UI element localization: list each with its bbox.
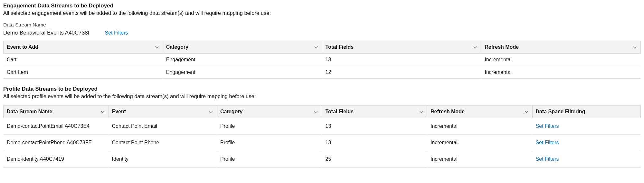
cell-refresh-mode: Incremental [481, 66, 641, 79]
engagement-table: Event to Add Category Total Fields Refre… [3, 41, 641, 79]
table-row: Cart Item Engagement 12 Incremental [4, 66, 641, 79]
table-row: Demo-contactPointEmail A40C73E4 Contact … [4, 118, 641, 135]
chevron-down-icon [313, 109, 318, 114]
set-filters-link[interactable]: Set Filters [536, 156, 559, 162]
chevron-down-icon [473, 45, 478, 50]
engagement-title: Engagement Data Streams to be Deployed [3, 3, 641, 9]
stream-row: Demo-Behavioral Events A40C738I Set Filt… [3, 30, 641, 36]
cell-stream: Demo-contactPointEmail A40C73E4 [4, 118, 109, 135]
cell-event: Cart Item [4, 66, 163, 79]
col-label: Refresh Mode [431, 109, 465, 114]
chevron-down-icon [314, 45, 319, 50]
table-header-row: Event to Add Category Total Fields Refre… [4, 41, 641, 54]
set-filters-link[interactable]: Set Filters [105, 30, 128, 36]
col-event[interactable]: Event [109, 106, 217, 118]
col-stream-name[interactable]: Data Stream Name [4, 106, 109, 118]
cell-category: Profile [217, 135, 322, 151]
col-label: Event [112, 109, 126, 114]
cell-category: Profile [217, 151, 322, 168]
col-total-fields[interactable]: Total Fields [322, 106, 427, 118]
col-category[interactable]: Category [217, 106, 322, 118]
table-row: Demo-contactPointPhone A40C73FE Contact … [4, 135, 641, 151]
col-category[interactable]: Category [163, 41, 322, 54]
engagement-section: Engagement Data Streams to be Deployed A… [3, 3, 641, 79]
engagement-desc: All selected engagement events will be a… [3, 10, 641, 16]
stream-name-value: Demo-Behavioral Events A40C738I [3, 30, 89, 36]
cell-event: Contact Point Phone [109, 135, 217, 151]
cell-total-fields: 13 [322, 118, 427, 135]
col-label: Event to Add [7, 44, 38, 50]
chevron-down-icon [419, 109, 424, 114]
col-event-to-add[interactable]: Event to Add [4, 41, 163, 54]
col-refresh-mode[interactable]: Refresh Mode [481, 41, 641, 54]
cell-total-fields: 12 [322, 66, 481, 79]
cell-event: Identity [109, 151, 217, 168]
cell-refresh-mode: Incremental [427, 151, 533, 168]
cell-stream: Demo-contactPointPhone A40C73FE [4, 135, 109, 151]
col-label: Data Space Filtering [536, 109, 585, 114]
stream-name-label: Data Stream Name [3, 22, 641, 28]
set-filters-link[interactable]: Set Filters [536, 140, 559, 145]
profile-title: Profile Data Streams to be Deployed [3, 86, 641, 92]
cell-category: Engagement [163, 66, 322, 79]
col-label: Refresh Mode [485, 44, 519, 50]
profile-section: Profile Data Streams to be Deployed All … [3, 86, 641, 168]
cell-refresh-mode: Incremental [427, 135, 533, 151]
cell-category: Profile [217, 118, 322, 135]
col-label: Category [220, 109, 242, 114]
col-label: Total Fields [325, 109, 354, 114]
cell-refresh-mode: Incremental [427, 118, 533, 135]
profile-table: Data Stream Name Event Category Total Fi… [3, 105, 641, 168]
col-label: Total Fields [326, 44, 354, 50]
chevron-down-icon [524, 109, 529, 114]
cell-event: Contact Point Email [109, 118, 217, 135]
cell-event: Cart [4, 54, 163, 66]
cell-total-fields: 25 [322, 151, 427, 168]
chevron-down-icon [632, 45, 637, 50]
table-row: Cart Engagement 13 Incremental [4, 54, 641, 66]
col-data-space-filtering[interactable]: Data Space Filtering [532, 106, 640, 118]
cell-total-fields: 13 [322, 54, 481, 66]
col-label: Category [166, 44, 188, 50]
profile-desc: All selected profile events will be adde… [3, 93, 641, 99]
col-label: Data Stream Name [7, 109, 52, 114]
col-refresh-mode[interactable]: Refresh Mode [427, 106, 533, 118]
table-row: Demo-identity A40C7419 Identity Profile … [4, 151, 641, 168]
set-filters-link[interactable]: Set Filters [536, 123, 559, 129]
cell-category: Engagement [163, 54, 322, 66]
chevron-down-icon [208, 109, 213, 114]
cell-stream: Demo-identity A40C7419 [4, 151, 109, 168]
chevron-down-icon [100, 109, 105, 114]
cell-total-fields: 13 [322, 135, 427, 151]
chevron-down-icon [154, 45, 159, 50]
cell-refresh-mode: Incremental [481, 54, 641, 66]
table-header-row: Data Stream Name Event Category Total Fi… [4, 106, 641, 118]
col-total-fields[interactable]: Total Fields [322, 41, 481, 54]
